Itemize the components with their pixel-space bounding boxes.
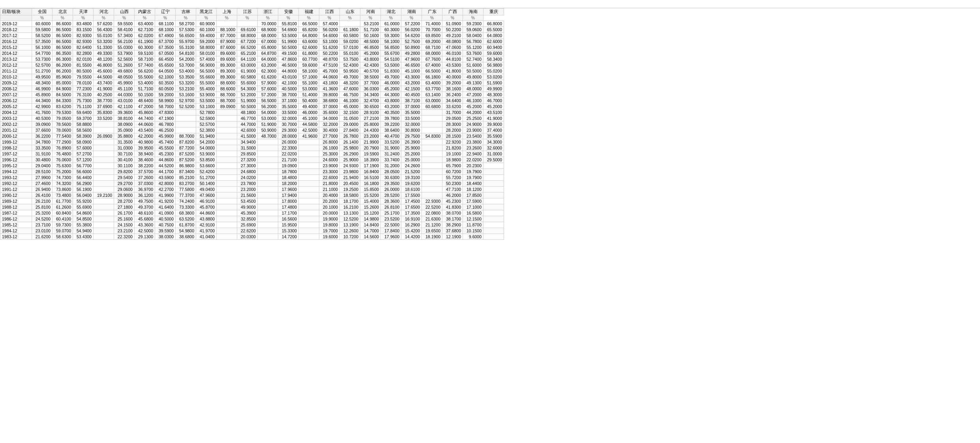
value-cell: [217, 204, 237, 210]
value-cell: 50.1500: [135, 92, 155, 98]
value-cell: 52.7500: [401, 39, 422, 45]
value-cell: 20.2000: [319, 198, 340, 204]
value-cell: 19.7900: [463, 169, 483, 175]
value-cell: 45.6800: [135, 216, 155, 222]
value-cell: 84.5000: [52, 92, 73, 98]
value-cell: [258, 198, 278, 204]
value-cell: 46.0000: [381, 80, 401, 86]
value-cell: 53.7900: [114, 50, 135, 56]
value-cell: 89.3000: [217, 68, 237, 74]
table-row: 2011-1251.270086.200080.500045.600049.68…: [0, 68, 504, 74]
value-cell: 18.5800: [340, 193, 360, 198]
sub-col-3: %: [73, 15, 94, 21]
value-cell: [483, 210, 504, 216]
value-cell: 44.0600: [319, 74, 340, 80]
value-cell: 54.6200: [401, 33, 422, 39]
value-cell: [299, 175, 319, 181]
value-cell: 50.5000: [237, 104, 258, 110]
value-cell: 62.6000: [483, 39, 504, 45]
value-cell: 56.4400: [73, 175, 94, 181]
col-浙江: 浙江: [258, 9, 278, 15]
value-cell: 16.5100: [360, 175, 381, 181]
value-cell: 25.8000: [360, 121, 381, 127]
value-cell: 58.5200: [32, 33, 52, 39]
value-cell: 31.0500: [340, 116, 360, 121]
value-cell: [258, 151, 278, 157]
value-cell: 26.8100: [381, 204, 401, 210]
value-cell: 84.9000: [52, 86, 73, 92]
value-cell: 22.0200: [463, 157, 483, 163]
value-cell: 47.2000: [135, 104, 155, 110]
value-cell: 58.0100: [196, 50, 217, 56]
value-cell: 40.9800: [135, 139, 155, 145]
value-cell: 69.2000: [422, 39, 442, 45]
value-cell: [94, 216, 114, 222]
value-cell: 41.8300: [442, 204, 463, 210]
value-cell: 56.5000: [258, 98, 278, 104]
value-cell: 56.2100: [114, 39, 135, 45]
sub-col-17: %: [360, 15, 381, 21]
value-cell: 24.6800: [237, 169, 258, 175]
value-cell: 33.7400: [381, 157, 401, 163]
value-cell: [299, 216, 319, 222]
value-cell: 66.5200: [237, 45, 258, 50]
value-cell: 31.0000: [483, 151, 504, 157]
value-cell: 47.8300: [155, 110, 176, 116]
value-cell: 53.1000: [196, 104, 217, 110]
value-cell: 26.1000: [319, 145, 340, 151]
value-cell: 50.2300: [442, 181, 463, 187]
value-cell: 35.0900: [114, 127, 135, 133]
value-cell: 48.0000: [463, 86, 483, 92]
value-cell: 39.2200: [381, 121, 401, 127]
value-cell: 88.1000: [217, 27, 237, 33]
value-cell: 60.0500: [155, 86, 176, 92]
value-cell: 49.1500: [278, 50, 299, 56]
value-cell: 63.7700: [422, 86, 442, 92]
value-cell: 21.6300: [422, 216, 442, 222]
value-cell: 15.9500: [278, 222, 299, 228]
table-container[interactable]: 日期/板块全国北京天津河北山西内蒙古辽宁吉林黑龙江上海江苏浙江安徽福建江西山东河…: [0, 8, 980, 240]
value-cell: [176, 127, 196, 133]
value-cell: 59.7300: [52, 222, 73, 228]
value-cell: 38.8100: [114, 116, 135, 121]
value-cell: 87.9000: [217, 39, 237, 45]
value-cell: 17.9400: [278, 193, 299, 198]
value-cell: 39.7800: [381, 116, 401, 121]
table-row: 2019-1260.600086.600083.480057.620059.55…: [0, 21, 504, 27]
value-cell: 25.1600: [114, 216, 135, 222]
value-cell: 54.8500: [73, 216, 94, 222]
value-cell: 56.7700: [73, 163, 94, 169]
value-cell: 54.6000: [319, 33, 340, 39]
value-cell: 87.3400: [176, 169, 196, 175]
value-cell: [217, 121, 237, 127]
value-cell: [483, 181, 504, 187]
value-cell: 79.5300: [52, 110, 73, 116]
value-cell: 55.4000: [196, 86, 217, 92]
value-cell: 68.3800: [176, 210, 196, 216]
value-cell: 75.2000: [52, 169, 73, 175]
value-cell: 83.6200: [52, 104, 73, 110]
value-cell: 80.5000: [73, 68, 94, 74]
value-cell: 53.1600: [176, 92, 196, 98]
value-cell: 38.6800: [176, 234, 196, 240]
col-湖南: 湖南: [401, 9, 422, 15]
value-cell: 52.5200: [176, 104, 196, 110]
table-row: 1995-1229.040075.630056.770030.110038.22…: [0, 163, 504, 169]
value-cell: 77.2300: [73, 86, 94, 92]
value-cell: 25.1700: [381, 210, 401, 216]
value-cell: 42.4300: [360, 62, 381, 68]
value-cell: 61.0000: [381, 21, 401, 27]
value-cell: [422, 169, 442, 175]
value-cell: 42.6000: [237, 127, 258, 133]
sub-header-row: %%%%%%%%%%%%%%%%%%%%%%: [0, 15, 504, 21]
value-cell: 78.0600: [52, 127, 73, 133]
value-cell: 82.9300: [73, 39, 94, 45]
value-cell: [217, 175, 237, 181]
sub-col-11: %: [237, 15, 258, 21]
value-cell: 27.4600: [32, 181, 52, 187]
value-cell: 43.3000: [401, 74, 422, 80]
value-cell: [94, 139, 114, 145]
date-cell: 1984-12: [0, 228, 32, 234]
table-row: 1989-1226.210061.770055.920028.270049.75…: [0, 198, 504, 204]
sub-col-5: %: [114, 15, 135, 21]
